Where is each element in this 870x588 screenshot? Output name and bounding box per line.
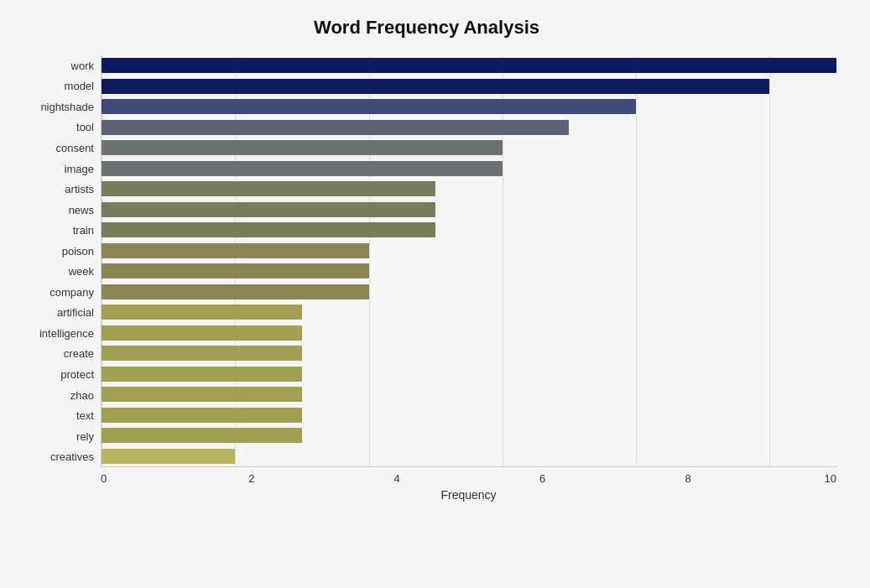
bar xyxy=(102,181,435,196)
x-tick: 8 xyxy=(545,472,690,485)
y-axis: workmodelnightshadetoolconsentimageartis… xyxy=(17,55,101,467)
bar xyxy=(102,408,302,423)
bar xyxy=(102,284,369,299)
grid-lines xyxy=(102,55,836,466)
bar xyxy=(102,387,302,402)
bar xyxy=(102,120,569,135)
x-ticks: 0246810 xyxy=(101,472,836,485)
bar xyxy=(102,346,302,361)
y-label: zhao xyxy=(70,390,94,401)
grid-line xyxy=(369,55,370,466)
bar xyxy=(102,161,503,176)
y-label: work xyxy=(71,60,94,71)
chart-container: Word Frequency Analysis workmodelnightsh… xyxy=(0,0,870,588)
bar xyxy=(102,58,836,73)
bar-row xyxy=(102,221,836,239)
y-label: news xyxy=(69,205,94,216)
x-axis-label: Frequency xyxy=(101,488,836,502)
bar-row xyxy=(102,180,836,198)
x-tick: 4 xyxy=(254,472,399,485)
bar-row xyxy=(102,303,836,321)
bar-row xyxy=(102,97,836,116)
y-label: create xyxy=(64,348,94,359)
bar-row xyxy=(102,283,836,301)
y-label: artists xyxy=(65,184,94,195)
y-label: model xyxy=(65,81,94,91)
bar xyxy=(102,428,302,443)
bar xyxy=(102,140,503,155)
bar xyxy=(102,449,235,464)
bar xyxy=(102,243,369,258)
bar-row xyxy=(102,77,836,96)
y-label: protect xyxy=(60,369,94,380)
y-label: creatives xyxy=(50,451,94,462)
chart-area: workmodelnightshadetoolconsentimageartis… xyxy=(17,55,836,467)
bar-row xyxy=(102,200,836,219)
y-label: image xyxy=(65,164,94,174)
chart-title: Word Frequency Analysis xyxy=(17,17,836,39)
grid-line xyxy=(235,55,236,466)
bar-row xyxy=(102,242,836,260)
grid-line xyxy=(769,55,770,466)
bar xyxy=(102,325,302,341)
y-label: consent xyxy=(55,143,94,154)
bar xyxy=(102,79,769,94)
bar xyxy=(102,304,302,320)
bars-area xyxy=(101,55,836,467)
y-label: artificial xyxy=(57,307,94,318)
y-label: nightshade xyxy=(40,101,94,112)
y-label: tool xyxy=(76,122,94,133)
y-label: text xyxy=(76,410,94,421)
bar-row xyxy=(102,447,836,466)
bar-row xyxy=(102,324,836,342)
bar-row xyxy=(102,262,836,280)
bar-row xyxy=(102,159,836,178)
y-label: train xyxy=(73,225,94,236)
grid-line xyxy=(503,55,503,466)
x-axis: 0246810 Frequency xyxy=(101,467,836,502)
bar-row xyxy=(102,385,836,403)
bar-row xyxy=(102,344,836,362)
grid-line xyxy=(636,55,637,466)
bar-row xyxy=(102,118,836,137)
bar-row xyxy=(102,406,836,424)
bar xyxy=(102,222,435,237)
bar-row xyxy=(102,365,836,383)
bar-row xyxy=(102,426,836,445)
x-tick: 10 xyxy=(691,472,836,485)
bar xyxy=(102,99,636,114)
bar xyxy=(102,202,435,217)
y-label: week xyxy=(69,266,94,277)
y-label: intelligence xyxy=(39,328,94,339)
y-label: poison xyxy=(62,246,94,257)
grid-line xyxy=(102,55,102,466)
x-tick: 2 xyxy=(109,472,254,485)
bar xyxy=(102,263,369,278)
x-tick: 0 xyxy=(101,472,109,485)
y-label: rely xyxy=(76,431,94,442)
bar xyxy=(102,367,302,382)
x-tick: 6 xyxy=(400,472,545,485)
bar-row xyxy=(102,56,836,75)
y-label: company xyxy=(49,287,94,298)
bar-row xyxy=(102,138,836,157)
